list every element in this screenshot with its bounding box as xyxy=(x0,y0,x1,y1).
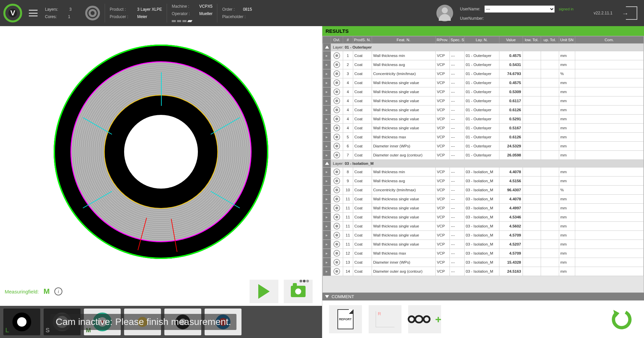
undo-icon xyxy=(609,308,633,331)
ovl-icon xyxy=(333,178,340,184)
thumb-4[interactable] xyxy=(124,309,161,335)
ovl-icon xyxy=(333,88,340,95)
col-num[interactable]: # xyxy=(343,37,353,44)
exit-icon[interactable] xyxy=(626,6,637,20)
table-row[interactable]: ▸11CoatWall thickness single valueVCP---… xyxy=(323,222,644,231)
table-row[interactable]: ▸7CoatDiameter outer avg (contour)VCP---… xyxy=(323,151,644,160)
col-spec[interactable]: Spec. SN xyxy=(449,37,464,44)
table-row[interactable]: ▸11CoatWall thickness single valueVCP---… xyxy=(323,231,644,240)
table-row[interactable]: ▸2CoatWall thickness avgVCP---01 - Outer… xyxy=(323,60,644,69)
table-row[interactable]: ▸11CoatWall thickness single valueVCP---… xyxy=(323,240,644,249)
table-row[interactable]: ▸3CoatConcentricity (tmin/tmax)VCP---01 … xyxy=(323,69,644,78)
machine-value: VCPX5 xyxy=(199,4,212,9)
col-lay[interactable]: Lay. N. xyxy=(464,37,499,44)
table-row[interactable]: ▸11CoatWall thickness single valueVCP---… xyxy=(323,213,644,222)
ovl-icon xyxy=(333,250,340,257)
bottom-actions: REPORT + xyxy=(322,300,644,338)
menu-icon[interactable] xyxy=(29,10,38,16)
producer-label: Producer : xyxy=(110,14,134,19)
spiral-icon[interactable] xyxy=(85,6,100,20)
col-prod[interactable]: ProdS. N. xyxy=(353,37,372,44)
col-unit[interactable]: Unit SN xyxy=(559,37,575,44)
username-label: UserName: xyxy=(460,7,480,11)
table-row[interactable]: ▸8CoatWall thickness minVCP---03 - Isola… xyxy=(323,167,644,177)
layers-label: Layers: xyxy=(45,7,58,12)
ovl-icon xyxy=(333,125,340,131)
new-view-button[interactable]: + xyxy=(408,305,441,333)
machine-info: Machine :VCPX5 Operator :Mueller xyxy=(167,4,217,22)
ovl-icon xyxy=(333,268,340,275)
table-row[interactable]: ▸4CoatWall thickness single valueVCP---0… xyxy=(323,115,644,124)
table-row[interactable]: ▸14CoatDiameter outer avg (contour)VCP--… xyxy=(323,267,644,276)
table-row[interactable]: ▸13CoatDiameter inner (WPs)VCP---03 - Is… xyxy=(323,258,644,267)
product-value: 3 Layer XLPE xyxy=(137,7,162,12)
table-row[interactable]: ▸5CoatWall thickness maxVCP---01 - Outer… xyxy=(323,133,644,142)
group-row[interactable]: Layer: 01 - Outerlayer xyxy=(323,44,644,51)
ovl-icon xyxy=(333,196,340,202)
results-table: Ovl. # ProdS. N. Feat. N. RProv. Spec. S… xyxy=(323,36,644,276)
ovl-icon xyxy=(333,70,340,77)
table-row[interactable]: ▸4CoatWall thickness single valueVCP---0… xyxy=(323,78,644,87)
play-button[interactable] xyxy=(250,280,278,303)
glasses-icon: + xyxy=(408,313,441,326)
table-row[interactable]: ▸11CoatWall thickness single valueVCP---… xyxy=(323,204,644,213)
table-row[interactable]: ▸4CoatWall thickness single valueVCP---0… xyxy=(323,106,644,115)
comment-label: COMMENT xyxy=(332,294,354,299)
thumb-6[interactable] xyxy=(205,309,241,335)
camera-icon xyxy=(291,286,306,297)
ovl-icon xyxy=(333,187,340,193)
comment-toggle[interactable]: COMMENT xyxy=(322,293,644,300)
measuring-field-bar: Measuringfield: M i xyxy=(0,277,322,306)
play-icon xyxy=(258,284,270,299)
report-button[interactable]: REPORT xyxy=(329,305,362,333)
tool-strip[interactable] xyxy=(172,20,212,22)
col-rprov[interactable]: RProv. xyxy=(435,37,449,44)
thumb-s[interactable]: S xyxy=(44,309,80,335)
table-row[interactable]: ▸4CoatWall thickness single valueVCP---0… xyxy=(323,124,644,133)
col-ltol[interactable]: low. Tol. xyxy=(523,37,541,44)
cross-section-view[interactable] xyxy=(0,26,322,277)
usernumber-label: UserNumber: xyxy=(460,16,484,21)
table-row[interactable]: ▸6CoatDiameter inner (WPs)VCP---01 - Out… xyxy=(323,142,644,151)
undo-button[interactable] xyxy=(604,305,637,333)
table-row[interactable]: ▸12CoatWall thickness maxVCP---03 - Isol… xyxy=(323,249,644,258)
results-table-wrap[interactable]: Ovl. # ProdS. N. Feat. N. RProv. Spec. S… xyxy=(322,36,644,293)
placeholder-label: Placeholder : xyxy=(222,14,246,19)
ovl-icon xyxy=(333,168,340,175)
ovl-icon xyxy=(333,205,340,211)
order-label: Order : xyxy=(222,7,239,12)
col-feat[interactable]: Feat. N. xyxy=(372,37,435,44)
user-area: UserName: --- signed in UserNumber: v22.… xyxy=(430,5,644,21)
username-select[interactable]: --- xyxy=(484,5,555,13)
operator-value: Mueller xyxy=(199,11,212,16)
table-row[interactable]: ▸4CoatWall thickness single valueVCP---0… xyxy=(323,96,644,106)
col-com[interactable]: Com. xyxy=(575,37,644,44)
col-utol[interactable]: up. Tol. xyxy=(541,37,559,44)
ovl-icon xyxy=(333,143,340,149)
table-row[interactable]: ▸4CoatWall thickness single valueVCP---0… xyxy=(323,87,644,96)
capture-button[interactable] xyxy=(284,280,313,303)
table-row[interactable]: ▸1CoatWall thickness minVCP---01 - Outer… xyxy=(323,51,644,60)
thumb-m[interactable]: M xyxy=(84,309,121,335)
info-icon[interactable]: i xyxy=(54,287,62,295)
group-row[interactable]: Layer: 03 - Isolation_M xyxy=(323,160,644,167)
col-val[interactable]: Value xyxy=(499,37,523,44)
cores-label: Cores: xyxy=(45,14,57,19)
thumb-5[interactable] xyxy=(164,309,201,335)
graph-button[interactable] xyxy=(369,305,401,333)
svg-point-0 xyxy=(409,316,415,322)
ovl-icon xyxy=(333,259,340,266)
ovl-icon xyxy=(333,223,340,229)
order-value: 0815 xyxy=(243,7,252,12)
ovl-icon xyxy=(333,241,340,248)
thumb-l[interactable]: L xyxy=(3,309,40,335)
ovl-icon xyxy=(333,97,340,104)
table-header-row: Ovl. # ProdS. N. Feat. N. RProv. Spec. S… xyxy=(323,37,644,44)
ovl-icon xyxy=(333,107,340,113)
table-row[interactable]: ▸11CoatWall thickness single valueVCP---… xyxy=(323,195,644,204)
table-row[interactable]: ▸10CoatConcentricity (tmin/tmax)VCP---03… xyxy=(323,186,644,195)
version-label: v22.2.11.1 xyxy=(594,11,612,15)
table-row[interactable]: ▸9CoatWall thickness avgVCP---03 - Isola… xyxy=(323,177,644,186)
operator-label: Operator : xyxy=(172,11,196,16)
col-ovl[interactable]: Ovl. xyxy=(331,37,343,44)
